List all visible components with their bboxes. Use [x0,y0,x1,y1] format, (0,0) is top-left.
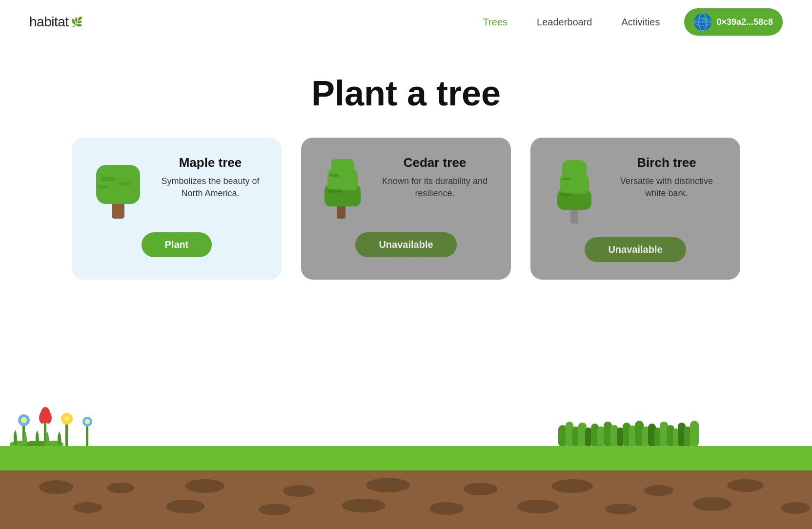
svg-rect-19 [562,160,587,179]
dirt-spot [429,502,464,515]
wallet-address: 0×39a2...58c8 [716,17,773,27]
dirt-spot [644,485,673,496]
flower-blue-2 [79,413,96,447]
dirt-spot [605,504,637,514]
svg-rect-13 [331,159,354,176]
navbar: habitat 🌿 Trees Leaderboard Activities 0… [0,0,812,44]
dirt-spot [727,479,764,492]
svg-rect-47 [617,427,624,447]
logo-text: habitat [29,14,69,30]
dirt-spot [517,500,559,513]
birch-card-inner: Birch tree Versatile with distinctive wh… [550,155,721,225]
nav-leaderboard[interactable]: Leaderboard [537,17,592,28]
svg-rect-42 [585,427,592,447]
dirt-spot [551,479,593,493]
svg-point-27 [39,412,46,424]
dirt-spot [464,483,498,495]
maple-tree-desc: Symbolizes the beauty of North America. [159,175,262,200]
maple-card-inner: Maple tree Symbolizes the beauty of Nort… [91,155,262,221]
dirt-spot [259,504,290,515]
dirt-spot [39,480,73,494]
cedar-card-text: Cedar tree Known for its durability and … [378,155,491,200]
svg-rect-8 [99,185,108,188]
maple-tree-card: Maple tree Symbolizes the beauty of Nort… [72,138,282,280]
grass-bushes-right [558,418,802,447]
birch-unavailable-button[interactable]: Unavailable [585,237,686,262]
svg-point-24 [21,417,27,423]
wallet-button[interactable]: 0×39a2...58c8 [684,8,783,36]
logo-leaf-icon: 🌿 [71,16,83,28]
maple-plant-button[interactable]: Plant [142,232,212,257]
cedar-unavailable-button[interactable]: Unavailable [355,232,456,257]
dirt-spot [107,483,134,493]
cedar-tree-card: Cedar tree Known for its durability and … [301,138,511,280]
birch-tree-card: Birch tree Versatile with distinctive wh… [530,138,740,280]
wallet-globe-icon [694,13,711,31]
dirt-spot [283,485,315,497]
dirt-ground [0,470,812,529]
svg-rect-32 [86,425,88,447]
svg-point-31 [64,416,69,421]
svg-rect-9 [118,182,130,185]
svg-point-28 [45,412,52,424]
birch-tree-icon [550,155,599,225]
svg-point-34 [85,419,90,424]
birch-tree-name: Birch tree [612,155,721,170]
page-title: Plant a tree [0,73,812,113]
grass-right-decoration [558,418,802,447]
base-grass-left [10,427,68,447]
svg-rect-21 [561,193,571,196]
dirt-spot [166,500,205,513]
svg-rect-59 [690,421,699,447]
grass-ground [0,446,812,470]
dirt-spot [73,502,102,513]
nav-trees[interactable]: Trees [483,17,508,28]
svg-rect-15 [328,189,342,193]
tree-cards-section: Maple tree Symbolizes the beauty of Nort… [0,138,812,280]
dirt-spot [693,497,732,511]
nav-activities[interactable]: Activities [621,17,660,28]
dirt-spot [781,502,810,514]
ground-scene [0,446,812,529]
svg-rect-20 [562,178,571,180]
page-title-section: Plant a tree [0,44,812,138]
birch-tree-desc: Versatile with distinctive white bark. [612,175,721,200]
cedar-tree-desc: Known for its durability and resilience. [378,175,491,200]
svg-point-4 [703,17,707,21]
nav-links: Trees Leaderboard Activities [483,17,660,28]
maple-card-text: Maple tree Symbolizes the beauty of Nort… [159,155,262,200]
svg-rect-40 [572,427,579,447]
cedar-tree-icon [321,155,365,221]
dirt-spot [342,499,386,512]
dirt-spot [185,479,224,493]
birch-card-text: Birch tree Versatile with distinctive wh… [612,155,721,200]
logo[interactable]: habitat 🌿 [29,14,82,30]
flowers-decoration [15,404,96,447]
dirt-spot [366,478,410,492]
cedar-tree-name: Cedar tree [378,155,491,170]
maple-tree-icon [91,155,145,221]
svg-rect-44 [597,427,605,447]
maple-tree-name: Maple tree [159,155,262,170]
cedar-card-inner: Cedar tree Known for its durability and … [321,155,491,221]
svg-rect-7 [101,177,116,181]
svg-rect-6 [96,165,140,204]
svg-rect-14 [329,174,339,177]
